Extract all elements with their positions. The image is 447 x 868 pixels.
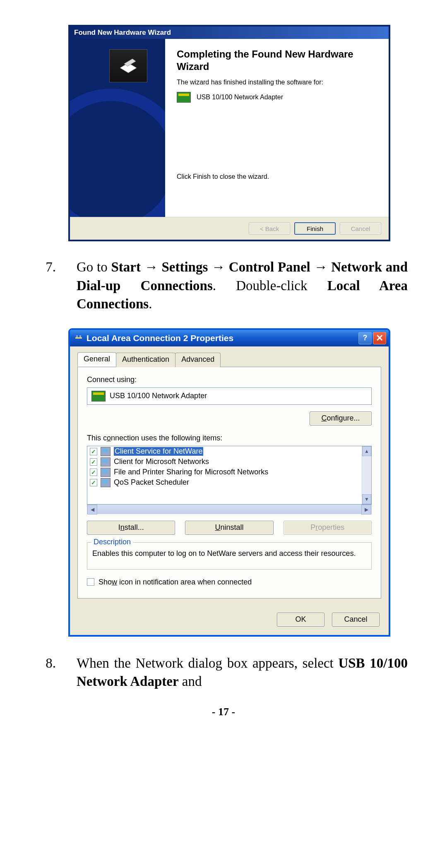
checkbox-icon[interactable]: ✓: [90, 469, 97, 476]
tab-advanced[interactable]: Advanced: [175, 353, 221, 367]
svg-rect-4: [79, 335, 81, 337]
list-item[interactable]: ✓ QoS Packet Scheduler: [87, 477, 362, 488]
step-number: 8.: [39, 654, 56, 691]
finish-button[interactable]: Finish: [294, 222, 336, 235]
help-button[interactable]: ?: [358, 332, 372, 344]
instruction-step-7: 7. Go to Start → Settings → Control Pane…: [39, 258, 408, 313]
connect-using-label: Connect using:: [87, 375, 372, 384]
step-text: When the Network dialog box appears, sel…: [77, 654, 408, 691]
configure-button[interactable]: Configure...: [310, 411, 372, 426]
svg-rect-2: [75, 337, 82, 339]
cancel-button[interactable]: Cancel: [332, 613, 380, 627]
props-title: Local Area Connection 2 Properties: [87, 333, 233, 343]
wizard-device-name: USB 10/100 Network Adapter: [197, 94, 283, 101]
item-label: QoS Packet Scheduler: [114, 478, 189, 487]
install-button[interactable]: Install...: [87, 521, 175, 535]
list-item[interactable]: ✓ File and Printer Sharing for Microsoft…: [87, 467, 362, 477]
scroll-up-icon[interactable]: ▲: [362, 446, 371, 456]
checkbox-icon[interactable]: [87, 578, 94, 586]
tab-general[interactable]: General: [77, 352, 116, 367]
network-adapter-icon: [177, 92, 191, 103]
network-adapter-icon: [91, 391, 106, 402]
checkbox-icon[interactable]: ✓: [90, 458, 97, 466]
client-service-icon: [101, 447, 111, 456]
client-service-icon: [101, 457, 111, 466]
scroll-down-icon[interactable]: ▼: [362, 494, 371, 504]
service-icon: [101, 468, 111, 477]
wizard-subtext: The wizard has finished installing the s…: [177, 79, 377, 86]
hardware-icon: [109, 49, 147, 82]
list-item[interactable]: ✓ Client for Microsoft Networks: [87, 457, 362, 467]
adapter-field: USB 10/100 Network Adapter: [87, 387, 372, 405]
scroll-left-icon[interactable]: ◀: [87, 505, 97, 515]
checkbox-icon[interactable]: ✓: [90, 479, 97, 486]
items-list[interactable]: ✓ Client Service for NetWare ✓ Client fo…: [87, 446, 372, 505]
wizard-closing-text: Click Finish to close the wizard.: [177, 173, 269, 180]
close-button[interactable]: ✕: [373, 332, 386, 344]
description-text: Enables this computer to log on to NetWa…: [92, 546, 366, 558]
adapter-name: USB 10/100 Network Adapter: [110, 392, 207, 400]
found-new-hardware-wizard: Found New Hardware Wizard Completing the…: [68, 25, 390, 241]
wizard-titlebar: Found New Hardware Wizard: [70, 26, 389, 39]
item-label: Client Service for NetWare: [114, 447, 203, 456]
wizard-heading: Completing the Found New Hardware Wizard: [177, 48, 377, 73]
item-label: File and Printer Sharing for Microsoft N…: [114, 468, 268, 476]
wizard-sidebar: [70, 39, 165, 217]
page-number: - 17 -: [39, 706, 408, 718]
step-number: 7.: [39, 258, 56, 313]
item-label: Client for Microsoft Networks: [114, 457, 209, 466]
list-item[interactable]: ✓ Client Service for NetWare: [87, 446, 362, 457]
show-icon-label: Show icon in notification area when conn…: [99, 578, 252, 587]
service-icon: [101, 478, 111, 487]
instruction-step-8: 8. When the Network dialog box appears, …: [39, 654, 408, 691]
items-label: This connection uses the following items…: [87, 434, 372, 442]
back-button: < Back: [249, 222, 290, 235]
tab-authentication[interactable]: Authentication: [116, 353, 175, 367]
properties-button: Properties: [284, 521, 372, 535]
show-icon-checkbox-row[interactable]: Show icon in notification area when conn…: [87, 578, 372, 587]
ok-button[interactable]: OK: [277, 613, 324, 627]
cancel-button: Cancel: [340, 222, 381, 235]
tabs: General Authentication Advanced: [77, 352, 381, 367]
local-area-connection-properties: Local Area Connection 2 Properties ? ✕ G…: [68, 328, 390, 637]
description-fieldset: Description Enables this computer to log…: [87, 542, 372, 570]
description-legend: Description: [91, 538, 133, 546]
horizontal-scrollbar[interactable]: ◀ ▶: [87, 505, 372, 514]
props-titlebar: Local Area Connection 2 Properties ? ✕: [70, 330, 389, 346]
connection-icon: [74, 334, 83, 343]
vertical-scrollbar[interactable]: ▲ ▼: [362, 446, 371, 504]
step-text: Go to Start → Settings → Control Panel →…: [77, 258, 408, 313]
checkbox-icon[interactable]: ✓: [90, 448, 97, 455]
uninstall-button[interactable]: Uninstall: [185, 521, 273, 535]
scroll-right-icon[interactable]: ▶: [361, 505, 371, 515]
svg-rect-3: [76, 335, 78, 337]
